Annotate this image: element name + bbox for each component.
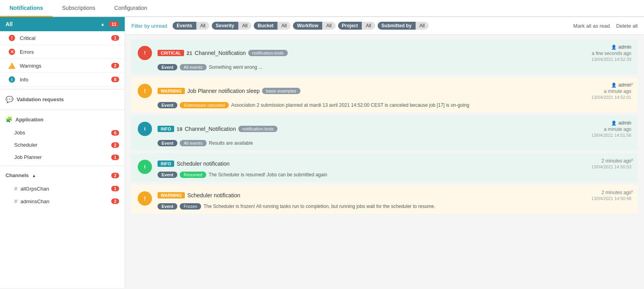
- hash-icon-1: #: [14, 185, 17, 192]
- notif-3-bucket: notification-tools: [238, 126, 278, 132]
- severity-badge-4: INFO: [158, 161, 174, 167]
- user-icon-2: 👤: [611, 83, 617, 88]
- channel-allGrpsChan-label: allGrpsChan: [21, 186, 111, 192]
- notif-5-date: 13/04/2021 14:50:48: [591, 196, 631, 201]
- sidebar-warnings-label: Warnings: [20, 63, 111, 69]
- notif-3-user: 👤 admin: [611, 120, 631, 126]
- notif-4-body: Event Resumed The Scheduler is resumed! …: [158, 172, 631, 178]
- close-button-4[interactable]: ×: [631, 157, 634, 163]
- sidebar-channel-adminsChan[interactable]: # adminsChan 2: [0, 195, 125, 208]
- channels-chevron: ▲: [32, 173, 36, 178]
- pill-project-label: Project: [338, 22, 362, 30]
- notif-2-meta: 👤 admin a minute ago 13/04/2021 14:52:01: [591, 82, 631, 100]
- sidebar-item-jobs[interactable]: Jobs 6: [0, 127, 125, 139]
- sidebar-job-planner-label: Job Planner: [14, 154, 111, 160]
- sidebar-item-info[interactable]: i Info 8: [0, 73, 125, 87]
- sidebar-channel-allGrpsChan[interactable]: # allGrpsChan 1: [0, 182, 125, 195]
- notification-item-2: ! WARNING Job Planner notification sleep…: [131, 77, 638, 112]
- tab-configuration[interactable]: Configuration: [105, 0, 157, 17]
- channel-adminsChan-label: adminsChan: [21, 198, 111, 204]
- pill-workflow-label: Workflow: [293, 22, 322, 30]
- notif-icon-info-3: i: [138, 122, 152, 136]
- sidebar-item-critical[interactable]: ! Critical 1: [0, 31, 125, 45]
- notification-item-5: ! WARNING Scheduler notification 2 minut…: [131, 185, 638, 213]
- close-button-5[interactable]: ×: [631, 188, 634, 195]
- user-icon-1: 👤: [611, 45, 617, 50]
- mark-all-as-read-button[interactable]: Mark all as read: [573, 23, 610, 29]
- notif-3-meta: 👤 admin a minute ago 13/04/2021 14:51:56: [591, 120, 631, 138]
- sidebar-critical-label: Critical: [20, 35, 111, 41]
- sidebar-application[interactable]: 🧩 Application: [0, 112, 125, 127]
- notification-item-1: ! CRITICAL 21 Channel_Notification notif…: [131, 40, 638, 74]
- notif-1-title: Channel_Notification: [195, 50, 246, 56]
- comment-icon: 💬: [6, 96, 13, 103]
- pill-workflow-value: All: [322, 22, 335, 30]
- channels-label: Channels: [6, 172, 29, 178]
- main-content: Filter by unread Events All Severity All…: [125, 17, 644, 288]
- pill-bucket-label: Bucket: [254, 22, 277, 30]
- sidebar-info-label: Info: [20, 77, 111, 83]
- sidebar-item-all[interactable]: All ▲ 11: [0, 17, 125, 31]
- svg-text:i: i: [144, 164, 146, 170]
- pill-events[interactable]: Events All: [173, 22, 209, 30]
- notif-5-title: Scheduler notification: [187, 192, 240, 198]
- tab-notifications[interactable]: Notifications: [0, 0, 53, 17]
- event-type-5: Frozen: [180, 203, 201, 210]
- notif-1-body: Event All events Something went wrong ..…: [158, 64, 631, 70]
- svg-text:!: !: [144, 88, 146, 94]
- sidebar-validation-requests[interactable]: 💬 Validation requests: [0, 92, 125, 107]
- pill-submitted-by[interactable]: Submitted by All: [378, 22, 429, 30]
- notif-4-time: 2 minutes ago: [602, 158, 631, 164]
- notif-2-bucket: basic-examples: [262, 88, 300, 94]
- sidebar-channels[interactable]: Channels ▲ 2: [0, 168, 125, 182]
- pill-project-value: All: [362, 22, 375, 30]
- channel-allGrpsChan-badge: 1: [111, 186, 119, 191]
- notif-4-message: The Scheduler is resumed! Jobs can be su…: [209, 172, 327, 178]
- notif-5-message: The Scheduler is frozen! All running tas…: [203, 204, 435, 209]
- user-icon-3: 👤: [611, 121, 617, 126]
- notif-3-header: INFO 19 Channel_Notification notificatio…: [158, 120, 631, 138]
- notif-4-date: 13/04/2021 14:50:53: [591, 164, 631, 169]
- notif-4-header: INFO Scheduler notification 2 minutes ag…: [158, 158, 631, 169]
- warning-icon: [8, 62, 16, 69]
- close-button-2[interactable]: ×: [631, 81, 634, 87]
- sidebar-item-scheduler[interactable]: Scheduler 2: [0, 139, 125, 151]
- notif-2-message: Association 2 submission planned at mard…: [231, 102, 469, 108]
- sidebar-errors-label: Errors: [20, 49, 119, 55]
- tab-subscriptions[interactable]: Subscriptions: [53, 0, 105, 17]
- notification-item-3: i INFO 19 Channel_Notification notificat…: [131, 115, 638, 150]
- notif-5-header: WARNING Scheduler notification 2 minutes…: [158, 190, 631, 201]
- event-type-1: All events: [180, 64, 207, 70]
- error-icon: ✕: [8, 49, 16, 55]
- sidebar-item-job-planner[interactable]: Job Planner 1: [0, 151, 125, 163]
- delete-all-button[interactable]: Delete all: [616, 23, 638, 29]
- notif-icon-warning-2: !: [138, 84, 152, 98]
- svg-text:i: i: [144, 126, 146, 132]
- pill-bucket[interactable]: Bucket All: [254, 22, 291, 30]
- sidebar-jobs-label: Jobs: [14, 130, 111, 136]
- sidebar-item-errors[interactable]: ✕ Errors: [0, 45, 125, 59]
- sidebar-validation-label: Validation requests: [17, 96, 119, 102]
- notif-1-message: Something went wrong ...: [209, 64, 262, 70]
- filter-actions: Mark all as read Delete all: [573, 23, 638, 29]
- notif-4-title: Scheduler notification: [177, 161, 230, 167]
- sidebar-all-label: All: [6, 21, 99, 27]
- event-type-4: Resumed: [180, 172, 206, 178]
- pill-severity[interactable]: Severity All: [212, 22, 251, 30]
- critical-icon: !: [8, 35, 16, 41]
- severity-badge-5: WARNING: [158, 192, 185, 198]
- event-badge-4: Event: [158, 172, 177, 178]
- channels-badge: 2: [111, 173, 119, 178]
- notif-1-meta: 👤 admin a few seconds ago 13/04/2021 14:…: [591, 44, 631, 62]
- channel-adminsChan-badge: 2: [111, 198, 119, 204]
- event-type-2: Submission canceled: [180, 102, 229, 108]
- filter-by-unread-link[interactable]: Filter by unread: [131, 23, 167, 29]
- pill-project[interactable]: Project All: [338, 22, 375, 30]
- notif-3-date: 13/04/2021 14:51:56: [591, 133, 631, 138]
- filter-bar: Filter by unread Events All Severity All…: [125, 17, 644, 35]
- pill-workflow[interactable]: Workflow All: [293, 22, 335, 30]
- notif-1-user: 👤 admin: [611, 44, 631, 50]
- notif-2-body: Event Submission canceled Association 2 …: [158, 102, 631, 108]
- sidebar-item-warnings[interactable]: Warnings 2: [0, 59, 125, 73]
- notif-2-date: 13/04/2021 14:52:01: [591, 95, 631, 100]
